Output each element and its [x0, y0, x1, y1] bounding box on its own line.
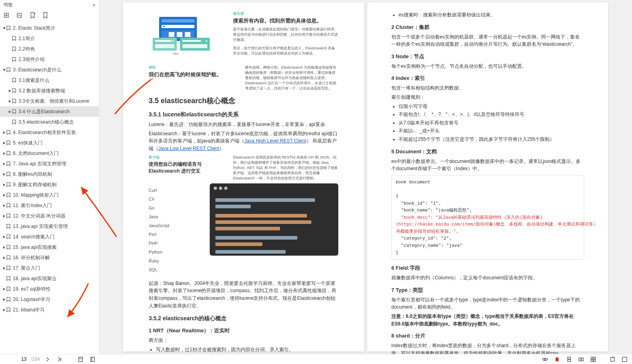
bookmark-item[interactable]: 17. 聚合入门 [0, 263, 99, 273]
bookmark-item[interactable]: 2.3组件介绍 [0, 54, 99, 65]
link-high-level[interactable]: Java High Level REST Client [244, 138, 307, 144]
para-note: 注意：6.0之前的版本有type（类型）概念，type相当于关系数据库的表，ES… [391, 313, 584, 327]
bookmark-item[interactable]: 3.2 数据库做搜索弊端 [0, 85, 99, 96]
bookmark-item[interactable]: 14. search搜索入门 [0, 232, 99, 242]
bookmark-icon[interactable] [43, 12, 49, 20]
next-page-button[interactable] [43, 355, 52, 364]
bookmark-icon [6, 151, 11, 156]
fullscreen-icon[interactable] [620, 355, 629, 364]
svg-rect-32 [610, 357, 614, 361]
bookmark-item[interactable]: 11. 索引Index入门 [0, 200, 99, 211]
bookmark-label: 3.4 什么是Elasticsearch [17, 108, 70, 115]
bookmark-item[interactable]: 2. Elastic Stack简介 [0, 23, 99, 33]
chevron-right-icon[interactable] [2, 204, 6, 207]
bookmark-label: 6. 文档document入门 [11, 150, 59, 157]
bookmark-icon [6, 276, 11, 281]
svg-rect-11 [155, 40, 171, 42]
chevron-right-icon[interactable] [2, 152, 6, 155]
view-single-icon[interactable] [552, 355, 561, 364]
svg-rect-31 [593, 360, 595, 362]
chevron-right-icon[interactable] [8, 89, 11, 92]
bookmark-item[interactable]: 13. java api 实现索引管理 [0, 221, 99, 232]
chevron-right-icon[interactable] [2, 298, 6, 301]
eye-icon[interactable] [540, 355, 549, 364]
bookmark-item[interactable]: 6. 文档document入门 [0, 148, 99, 159]
bookmark-item[interactable]: 21. kibana学习 [0, 305, 99, 315]
fit-page-icon[interactable] [76, 355, 85, 364]
hero-text: 硬件故障。网络分割。Elasticsearch 为您检测这些故障并确保您的集群（… [245, 65, 338, 91]
chevron-right-icon[interactable] [2, 173, 6, 176]
bookmark-item[interactable]: 3.5 elasticsearch核心概念 [0, 117, 99, 127]
bookmark-icon [11, 120, 17, 124]
bookmark-label: 15. java api实现搜索 [11, 244, 57, 251]
bookmark-item[interactable]: 4. Elasticsearch相关软件安装 [0, 127, 99, 138]
rule-item: 从7.0版本开始不再包含冒号 [399, 119, 584, 127]
bookmark-item[interactable]: 16. 评分机制详解 [0, 252, 99, 263]
bookmark-item[interactable]: 8. 图解es内部机制 [0, 169, 99, 179]
bookmark-list: 2. Elastic Stack简介2.1简介2.2特色2.3组件介绍3. El… [0, 21, 99, 354]
bookmark-item[interactable]: 3. Elasticsearch是什么 [0, 65, 99, 75]
page-number-input[interactable] [3, 356, 27, 362]
view-facing-icon[interactable] [577, 355, 585, 364]
bookmark-item[interactable]: 5. es快速入门 [0, 138, 99, 148]
language-item: C# [149, 195, 201, 203]
add-bookmark-icon[interactable] [30, 12, 36, 20]
svg-rect-15 [182, 40, 201, 42]
chevron-right-icon[interactable] [2, 194, 6, 197]
bookmark-item[interactable]: 2.1简介 [0, 33, 99, 44]
view-book-icon[interactable] [589, 355, 597, 364]
chevron-right-icon[interactable] [2, 267, 6, 270]
bookmark-item[interactable]: 3.1搜索是什么 [0, 75, 99, 85]
bookmark-item[interactable]: 2.2特色 [0, 44, 99, 54]
link-low-level[interactable]: Java Low Level REST Client [158, 146, 219, 151]
chevron-right-icon[interactable] [2, 131, 6, 134]
chevron-right-icon[interactable] [2, 256, 6, 259]
rotate-icon[interactable] [608, 355, 617, 364]
chevron-down-icon[interactable] [2, 69, 6, 71]
bookmark-icon [11, 99, 17, 104]
language-item: Ruby [149, 256, 201, 265]
svg-rect-9 [185, 32, 190, 37]
hero-title: 使用您自己的编程语言与 Elasticsearch 进行交互 [149, 161, 221, 175]
bookmark-item[interactable]: 3.3全文检索、倒排索引和Lucene [0, 96, 99, 106]
para-index: 包含一堆有相似结构的文档数据。 [391, 84, 584, 92]
svg-rect-13 [155, 44, 174, 48]
document-viewport[interactable]: + 相关度 搜索所有内容。找到所需的具体信息。 基于各项元素（从词频或近因到热门… [99, 0, 632, 354]
chevron-right-icon[interactable] [2, 246, 6, 249]
fit-width-icon[interactable] [88, 355, 97, 364]
bookmark-icon [11, 109, 17, 114]
bookmark-item[interactable]: 12. 中文分词器 IK分词器 [0, 211, 99, 221]
chevron-right-icon[interactable] [2, 183, 6, 186]
svg-rect-4 [162, 25, 194, 28]
chevron-right-icon[interactable] [8, 110, 11, 113]
chevron-right-icon[interactable] [8, 100, 11, 103]
last-page-button[interactable] [55, 355, 64, 364]
bookmark-item[interactable]: 3.4 什么是Elasticsearch [0, 106, 99, 117]
bookmark-item[interactable]: 10. Mapping映射入门 [0, 190, 99, 200]
expand-all-icon[interactable] [4, 12, 10, 20]
bookmark-item[interactable]: 19. es7 sql新特性 [0, 284, 99, 294]
view-continuous-icon[interactable] [565, 355, 573, 364]
chevron-right-icon[interactable] [2, 288, 6, 291]
chevron-right-icon[interactable] [2, 142, 6, 144]
bookmark-item[interactable]: 18. java api实现聚合 [0, 273, 99, 284]
chevron-right-icon[interactable] [2, 163, 6, 165]
bookmark-item[interactable]: 9. 图解文档存储机制 [0, 179, 99, 190]
bookmark-label: 12. 中文分词器 IK分词器 [11, 213, 65, 220]
bookmark-label: 5. es快速入门 [11, 140, 43, 146]
chevron-down-icon[interactable] [2, 27, 6, 30]
chevron-right-icon[interactable] [2, 215, 6, 218]
collapse-all-icon[interactable] [17, 12, 23, 20]
bookmark-icon [6, 245, 11, 250]
chevron-right-icon[interactable] [2, 309, 6, 311]
bookmark-item[interactable]: 20. Logstash学习 [0, 294, 99, 305]
code-block: book document { "book_id": "1", "book_na… [391, 175, 584, 260]
chevron-right-icon[interactable] [2, 236, 6, 238]
close-icon[interactable]: × [92, 2, 96, 8]
bookmark-item[interactable]: 15. java api实现搜索 [0, 242, 99, 252]
heading-field: 6 Field:字段 [391, 264, 584, 272]
bookmark-label: 18. java api实现聚合 [11, 275, 57, 282]
illustration-search: + [149, 11, 221, 59]
bookmark-item[interactable]: 7. Java api 实现文档管理 [0, 159, 99, 169]
svg-point-5 [163, 26, 165, 27]
